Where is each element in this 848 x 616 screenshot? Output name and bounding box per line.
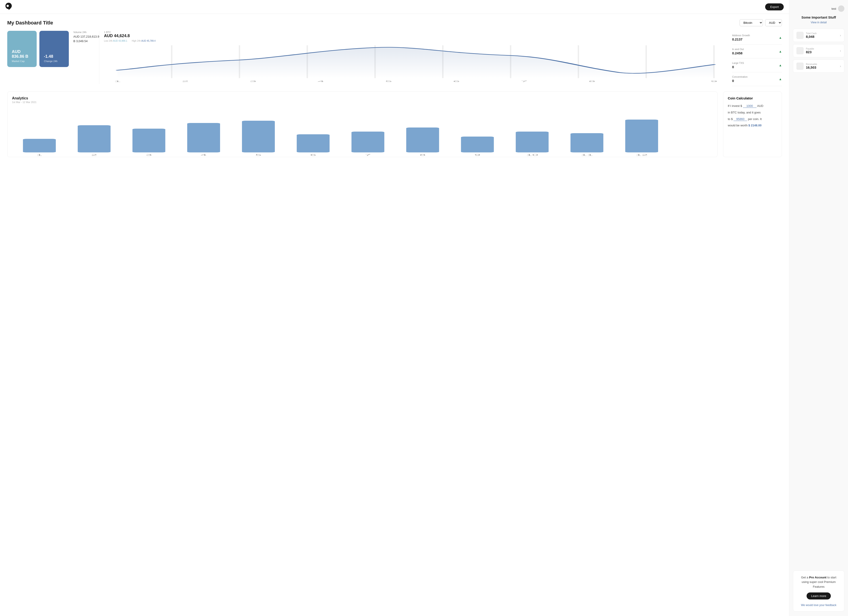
total-cash-label: Total Cash [806,32,817,35]
payable-arrow[interactable]: › [840,49,841,52]
svg-text:6: 6 [310,154,316,156]
pro-card: Get a Pro Account to start using super c… [793,570,844,612]
svg-rect-19 [23,139,56,153]
in-out-arrow: ▲ [779,50,782,53]
btc-label: 1 BTC [104,31,728,34]
to-input[interactable] [734,117,747,121]
svg-text:4: 4 [317,80,324,82]
svg-text:7: 7 [521,80,528,82]
volume-label: Volume 24h [73,31,99,34]
svg-text:1: 1 [114,80,121,82]
high-range: High 24h AUD 45,789.4 [132,40,156,42]
svg-text:3: 3 [146,154,152,156]
coin-calculator: Coin Calculator If I invest $ AUD in BTC… [723,92,782,157]
svg-rect-30 [625,120,658,153]
user-name: test [832,7,836,10]
total-cash-arrow[interactable]: › [840,34,841,37]
concentration-arrow: ▲ [779,77,782,81]
price-range: Low 24h AUD 43,988.1 High 24h AUD 45,789… [104,40,728,42]
receivable-value: 16,503 [806,65,817,69]
change24h-card: -1.48 Change 24h [39,31,69,67]
important-stuff: Some Important Stuff View in detail [793,15,844,24]
sidebar-cards: Total Cash 8,048 › Payable 823 › Receiva… [793,29,844,73]
analytics-title: Analytics [12,96,713,100]
svg-text:6: 6 [453,80,460,82]
analytics-section: Analytics 1st Mar - 12 Mar 2021 [7,92,718,157]
invest-input[interactable] [743,104,756,108]
sidebar: test Some Important Stuff View in detail… [789,0,848,616]
market-cap-label: Market Cap [12,60,32,62]
header-selects: Bitcoin Ethereum Litecoin AUD USD EUR [740,19,782,26]
metric-in-and-out: In and Out 0.2458 ▲ [732,45,782,58]
calc-to-row: to $ per coin. It [728,117,777,122]
svg-text:9: 9 [710,80,718,82]
view-detail-link[interactable]: View in detail [811,21,827,24]
svg-rect-20 [78,125,110,153]
analytics-date: 1st Mar - 12 Mar 2021 [12,101,713,104]
svg-text:5: 5 [255,154,261,156]
receivable-label: Receivable [806,63,817,65]
payable-value: 823 [806,50,814,54]
payable-label: Payable [806,47,814,50]
svg-point-0 [7,5,9,7]
bottom-row: Analytics 1st Mar - 12 Mar 2021 [7,92,782,157]
market-cap-card: AUD 836.86 B Market Cap [7,31,37,67]
cards-row: AUD 836.86 B Market Cap -1.48 Change 24h… [7,31,782,86]
user-info: test [832,6,844,12]
volume-aud: AUD 137,218,613.9 [73,34,99,39]
svg-text:9: 9 [474,154,480,156]
price-header: 1 BTC AUD 44,624.8 [104,31,728,38]
export-button[interactable]: Export [765,3,784,10]
low-range: Low 24h AUD 43,988.1 [104,40,127,42]
svg-text:4: 4 [200,154,207,156]
calc-worth-value: $ 2148.00 [749,124,762,127]
line-chart: 1 2 3 4 5 6 7 8 9 [104,43,728,84]
logo [6,3,12,11]
currency-select[interactable]: AUD USD EUR [765,19,782,26]
svg-rect-27 [461,137,494,153]
metric-concentration: Concentration 0 ▲ [732,72,782,86]
total-cash-card: Total Cash 8,048 › [793,29,844,42]
total-cash-icon [796,32,804,39]
calc-invest-row: If I invest $ AUD [728,104,777,108]
important-title: Some Important Stuff [793,15,844,19]
svg-text:8: 8 [589,80,595,82]
price-section: 1 BTC AUD 44,624.8 Low 24h AUD 43,988.1 … [99,31,728,84]
calc-invest-prefix: If I invest $ [728,104,742,108]
learn-more-button[interactable]: Learn more [806,592,830,600]
svg-text:7: 7 [365,154,371,156]
svg-text:3: 3 [250,80,256,82]
metric-address-growth: Address Growth 0.2137 ▲ [732,31,782,45]
svg-text:2: 2 [91,154,97,156]
topnav: Export [0,0,789,14]
total-cash-value: 8,048 [806,35,817,39]
svg-text:5: 5 [385,80,392,82]
svg-text:12: 12 [636,154,648,156]
svg-rect-26 [406,128,439,153]
svg-rect-24 [297,134,330,153]
avatar [838,6,844,12]
svg-rect-28 [516,132,549,153]
volume-info: Volume 24h AUD 137,218,613.9 B 3,049.54 [73,31,99,45]
receivable-arrow[interactable]: › [840,64,841,68]
feedback-link[interactable]: We would love your feedback [798,604,840,607]
payable-icon [796,47,804,54]
calc-invest-suffix: AUD [757,104,763,108]
sidebar-top: test [793,4,844,15]
metrics-panel: Address Growth 0.2137 ▲ In and Out 0.245… [732,31,782,86]
address-growth-arrow: ▲ [779,36,782,39]
market-cap-value: AUD 836.86 B [12,49,32,59]
bar-chart: 1 2 3 4 5 6 7 8 9 10 11 12 [12,107,713,153]
svg-rect-22 [187,123,220,153]
svg-rect-23 [242,121,275,153]
coin-select[interactable]: Bitcoin Ethereum Litecoin [740,19,763,26]
svg-text:2: 2 [182,80,189,82]
change24h-label: Change 24h [44,60,64,62]
pro-text: Get a Pro Account to start using super c… [798,575,840,589]
volume-btc: B 3,049.54 [73,39,99,43]
page-title: My Dashboard Title [7,20,53,26]
dashboard-header: My Dashboard Title Bitcoin Ethereum Lite… [7,19,782,26]
payable-card: Payable 823 › [793,44,844,57]
calc-worth-row: would be worth $ 2148.00 [728,123,777,128]
calc-in-label: in BTC today, and it goes [728,110,777,115]
